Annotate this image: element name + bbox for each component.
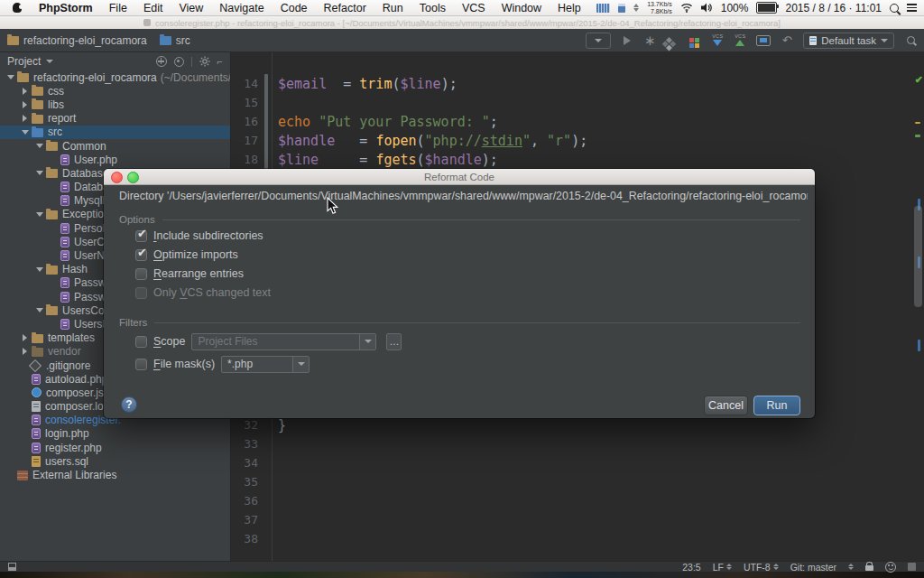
checkbox-row-only-vcs-changed-text[interactable]: Only VCS changed text [135, 285, 271, 300]
attach-debugger-button[interactable] [688, 33, 701, 49]
gear-icon[interactable] [199, 56, 210, 67]
line-number[interactable]: 38 [231, 532, 258, 545]
file-mask-combo[interactable]: *.php [221, 356, 310, 373]
close-window-icon[interactable] [111, 172, 123, 183]
chevron-down-icon[interactable] [34, 263, 44, 275]
menu-refactor[interactable]: Refactor [316, 2, 374, 14]
menu-run[interactable]: Run [374, 2, 411, 14]
line-number[interactable]: 32 [231, 418, 258, 432]
battery-icon[interactable] [756, 2, 777, 14]
line-number[interactable]: 18 [231, 153, 258, 166]
help-button[interactable]: ? [121, 396, 137, 413]
chevron-down-icon[interactable] [5, 71, 15, 84]
tree-item-common[interactable]: Common [0, 139, 230, 153]
breadcrumb-src[interactable]: src [176, 34, 190, 47]
readonly-lock-icon[interactable] [865, 565, 873, 571]
line-number[interactable]: 15 [231, 96, 258, 109]
error-stripe[interactable]: ✔ [911, 52, 924, 561]
line-number[interactable]: 35 [231, 475, 258, 489]
menu-edit[interactable]: Edit [135, 2, 171, 14]
scope-checkbox[interactable] [135, 336, 147, 348]
checkbox-row-rearrange-entries[interactable]: Rearrange entries [135, 266, 244, 281]
network-speed[interactable]: 13.7Kb/s 7.8Kb/s [647, 1, 672, 15]
chevron-right-icon[interactable] [20, 98, 30, 111]
tree-item-login-php[interactable]: login.php [0, 427, 230, 441]
chevron-down-icon[interactable] [34, 304, 44, 317]
project-panel-title[interactable]: Project [7, 55, 41, 68]
menu-navigate[interactable]: Navigate [211, 2, 272, 14]
checkbox-rearrange-entries[interactable] [135, 268, 147, 280]
line-number[interactable]: 37 [231, 513, 258, 527]
hide-panel-icon[interactable]: ⌐ [217, 57, 223, 66]
line-number[interactable]: 16 [231, 115, 258, 128]
checkbox-row-include-subdirectories[interactable]: Include subdirectories [135, 228, 263, 243]
chevron-down-icon[interactable] [46, 60, 53, 63]
chevron-down-icon[interactable] [34, 140, 44, 153]
menu-file[interactable]: File [101, 2, 135, 14]
tree-item-external-libraries[interactable]: External Libraries [0, 468, 230, 481]
toolwindow-toggle-icon[interactable] [8, 563, 16, 571]
spotlight-search-icon[interactable] [890, 4, 899, 13]
encoding-selector[interactable]: UTF-8 [744, 562, 779, 573]
zoom-window-icon[interactable] [127, 172, 139, 183]
run-button-dialog[interactable]: Run [753, 396, 800, 415]
inspection-ok-icon[interactable]: ✔ [915, 75, 923, 85]
chevron-right-icon[interactable] [20, 112, 30, 125]
volume-icon[interactable] [701, 3, 713, 13]
caret-position[interactable]: 23:5 [682, 562, 700, 573]
notification-center-icon[interactable] [907, 4, 917, 12]
apple-icon[interactable] [13, 3, 22, 13]
editor-scrollbar[interactable] [914, 206, 922, 307]
line-number[interactable]: 34 [231, 456, 258, 470]
menu-phpstorm[interactable]: PhpStorm [31, 2, 101, 14]
chevron-down-icon[interactable] [34, 167, 44, 180]
chevron-right-icon[interactable] [20, 85, 30, 98]
checkbox-only-vcs-changed-text[interactable] [135, 287, 147, 299]
cancel-button[interactable]: Cancel [704, 396, 748, 415]
chevron-right-icon[interactable] [20, 331, 30, 344]
chevron-right-icon[interactable] [20, 345, 30, 358]
tree-item-src[interactable]: src [0, 126, 230, 139]
run-config-selector[interactable] [586, 33, 611, 49]
task-combo[interactable]: Default task [803, 33, 894, 49]
menu-window[interactable]: Window [494, 2, 550, 14]
memory-indicator[interactable] [908, 563, 916, 571]
ok-stripe-mark[interactable] [915, 135, 920, 137]
network-arrows-icon[interactable] [633, 4, 639, 12]
locate-file-icon[interactable] [174, 57, 184, 67]
hector-inspection-icon[interactable] [885, 562, 896, 573]
cpu-meter-icon[interactable] [596, 4, 610, 13]
menu-view[interactable]: View [171, 2, 211, 14]
breadcrumb-project[interactable]: refactoring-eloi_rocamora [23, 34, 147, 47]
wifi-icon[interactable] [680, 3, 693, 13]
line-number[interactable]: 14 [231, 77, 258, 90]
menu-bar-clock[interactable]: 2015 / 8 / 16 · 11:01 [785, 2, 882, 14]
line-ending-selector[interactable]: LF [713, 562, 732, 573]
menu-tools[interactable]: Tools [411, 2, 454, 14]
profiler-button[interactable] [666, 33, 679, 49]
vcs-commit-button[interactable]: VCS [734, 33, 746, 49]
menu-code[interactable]: Code [273, 2, 316, 14]
tree-item-css[interactable]: css [0, 84, 230, 98]
tree-item-users-sql[interactable]: users.sql [0, 454, 230, 468]
checkbox-include-subdirectories[interactable] [135, 230, 147, 242]
checkbox-optimize-imports[interactable] [135, 249, 147, 261]
updown-icon[interactable] [848, 564, 854, 570]
tree-item-libs[interactable]: libs [0, 98, 230, 111]
combo-arrow-button[interactable] [359, 334, 375, 350]
menu-vcs[interactable]: VCS [454, 2, 494, 14]
scope-browse-button[interactable]: … [386, 333, 402, 350]
search-everywhere-button[interactable] [904, 33, 917, 49]
coverage-button[interactable]: ∗ [643, 33, 656, 49]
chevron-down-icon[interactable] [20, 126, 30, 138]
chevron-down-icon[interactable] [34, 208, 44, 220]
battery-percent[interactable]: 100% [721, 2, 749, 14]
tree-item-report[interactable]: report [0, 112, 230, 126]
scroll-from-source-icon[interactable] [156, 56, 167, 67]
line-number[interactable]: 33 [231, 437, 258, 451]
vcs-update-button[interactable]: VCS [711, 33, 724, 49]
file-mask-checkbox[interactable] [135, 359, 147, 370]
menu-help[interactable]: Help [550, 2, 589, 14]
tree-item-refactoring-eloi-rocamora[interactable]: refactoring-eloi_rocamora(~/Documents/Vi… [0, 70, 230, 84]
tree-item-user-php[interactable]: User.php [0, 153, 230, 166]
